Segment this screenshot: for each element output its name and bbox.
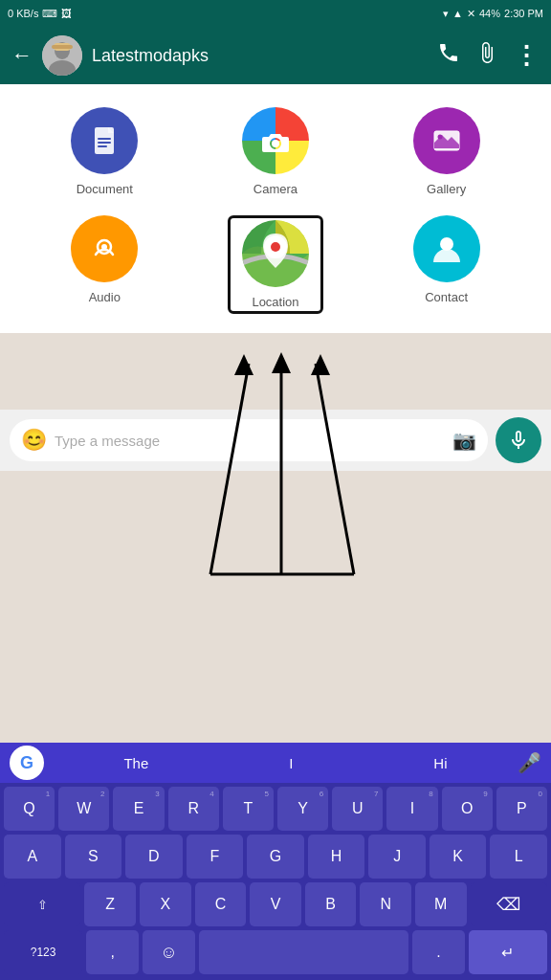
status-bar: 0 KB/s ⌨ 🖼 ▾ ▲ ✕ 44% 2:30 PM <box>0 0 551 27</box>
contact-label: Contact <box>425 290 468 304</box>
attach-audio[interactable]: Audio <box>56 215 152 314</box>
attach-camera[interactable]: Camera <box>228 107 323 196</box>
avatar <box>42 35 82 76</box>
attach-row-2: Audio <box>19 215 532 314</box>
key-q[interactable]: 1Q <box>4 787 55 831</box>
voice-message-button[interactable] <box>496 417 541 463</box>
key-enter[interactable]: ↵ <box>469 930 547 974</box>
key-period[interactable]: . <box>412 930 465 974</box>
key-h[interactable]: H <box>308 835 365 879</box>
key-d[interactable]: D <box>125 835 183 879</box>
key-o[interactable]: 9O <box>442 787 493 831</box>
document-icon <box>71 107 138 174</box>
header-actions: ⋮ <box>437 41 540 71</box>
key-r[interactable]: 4R <box>168 787 219 831</box>
audio-icon <box>71 215 138 282</box>
svg-point-11 <box>437 135 442 140</box>
keyboard-icon: ⌨ <box>42 8 57 20</box>
document-label: Document <box>77 182 133 196</box>
keyboard: G The I Hi 🎤 1Q 2W 3E 4R 5T 6Y 7U 8I 9O … <box>0 743 551 980</box>
key-e[interactable]: 3E <box>113 787 164 831</box>
key-y[interactable]: 6Y <box>277 787 328 831</box>
suggestion-list: The I Hi <box>54 755 518 771</box>
image-icon: 🖼 <box>61 8 72 19</box>
svg-rect-7 <box>98 142 111 144</box>
keyboard-rows: 1Q 2W 3E 4R 5T 6Y 7U 8I 9O 0P A S D F G … <box>0 783 551 980</box>
key-w[interactable]: 2W <box>58 787 109 831</box>
key-emoji[interactable]: ☺ <box>143 930 195 974</box>
key-a[interactable]: A <box>4 835 61 879</box>
chat-area <box>0 333 551 410</box>
call-button[interactable] <box>437 41 460 70</box>
attachment-panel: Document Camera Gallery <box>0 84 551 333</box>
chat-header: ← Latestmodapks ⋮ <box>0 27 551 84</box>
attach-document[interactable]: Document <box>56 107 152 196</box>
message-input-wrap: 😊 Type a message 📷 <box>10 419 488 461</box>
key-z[interactable]: Z <box>84 882 136 926</box>
more-button[interactable]: ⋮ <box>514 41 540 71</box>
svg-rect-8 <box>98 145 107 147</box>
location-icon <box>242 220 309 287</box>
key-l[interactable]: L <box>490 835 547 879</box>
emoji-button[interactable]: 😊 <box>21 428 47 453</box>
status-right: ▾ ▲ ✕ 44% 2:30 PM <box>443 8 543 20</box>
key-g[interactable]: G <box>247 835 304 879</box>
key-comma[interactable]: , <box>86 930 139 974</box>
suggestion-hi[interactable]: Hi <box>433 755 447 771</box>
signal-x-icon: ✕ <box>467 8 475 20</box>
keyboard-row-2: A S D F G H J K L <box>4 835 547 879</box>
key-m[interactable]: M <box>415 882 467 926</box>
key-j[interactable]: J <box>368 835 426 879</box>
key-x[interactable]: X <box>140 882 191 926</box>
back-button[interactable]: ← <box>11 43 33 68</box>
google-logo: G <box>10 746 44 780</box>
keyboard-row-1: 1Q 2W 3E 4R 5T 6Y 7U 8I 9O 0P <box>4 787 547 831</box>
key-delete[interactable]: ⌫ <box>471 882 547 926</box>
key-shift[interactable]: ⇧ <box>4 882 80 926</box>
message-input[interactable]: Type a message <box>55 433 445 449</box>
camera-capture-button[interactable]: 📷 <box>452 429 476 452</box>
key-c[interactable]: C <box>195 882 247 926</box>
time-text: 2:30 PM <box>504 8 543 19</box>
key-v[interactable]: V <box>250 882 301 926</box>
key-f[interactable]: F <box>187 835 244 879</box>
suggestion-i[interactable]: I <box>289 755 293 771</box>
status-left: 0 KB/s ⌨ 🖼 <box>8 8 72 20</box>
key-n[interactable]: N <box>360 882 411 926</box>
svg-point-16 <box>271 242 280 252</box>
key-space[interactable] <box>199 930 408 974</box>
key-s[interactable]: S <box>65 835 122 879</box>
message-input-bar: 😊 Type a message 📷 <box>0 410 551 471</box>
key-i[interactable]: 8I <box>386 787 437 831</box>
attach-contact[interactable]: Contact <box>399 215 495 314</box>
attach-button[interactable] <box>475 41 498 70</box>
suggestion-the[interactable]: The <box>123 755 148 771</box>
key-u[interactable]: 7U <box>332 787 383 831</box>
keyboard-row-4: ?123 , ☺ . ↵ <box>4 930 547 974</box>
camera-icon <box>242 107 309 174</box>
audio-label: Audio <box>89 290 121 304</box>
chat-title: Latestmodapks <box>92 46 428 66</box>
location-label: Location <box>252 295 298 309</box>
contact-icon <box>413 215 480 282</box>
attach-location[interactable]: Location <box>228 215 323 314</box>
signal-icon: ▲ <box>452 8 463 19</box>
key-num-sym[interactable]: ?123 <box>4 930 82 974</box>
keyboard-mic-icon[interactable]: 🎤 <box>518 751 541 774</box>
data-speed: 0 KB/s <box>8 8 38 19</box>
attach-row-1: Document Camera Gallery <box>19 107 532 196</box>
gallery-label: Gallery <box>427 182 466 196</box>
camera-label: Camera <box>253 182 298 196</box>
gallery-icon <box>413 107 480 174</box>
svg-rect-4 <box>52 45 73 49</box>
wifi-icon: ▾ <box>443 8 449 20</box>
key-k[interactable]: K <box>430 835 487 879</box>
battery-text: 44% <box>479 8 500 19</box>
key-p[interactable]: 0P <box>496 787 547 831</box>
key-t[interactable]: 5T <box>223 787 274 831</box>
keyboard-suggestions-bar: G The I Hi 🎤 <box>0 743 551 783</box>
svg-point-17 <box>440 237 453 251</box>
key-b[interactable]: B <box>305 882 357 926</box>
attach-gallery[interactable]: Gallery <box>399 107 495 196</box>
keyboard-row-3: ⇧ Z X C V B N M ⌫ <box>4 882 547 926</box>
